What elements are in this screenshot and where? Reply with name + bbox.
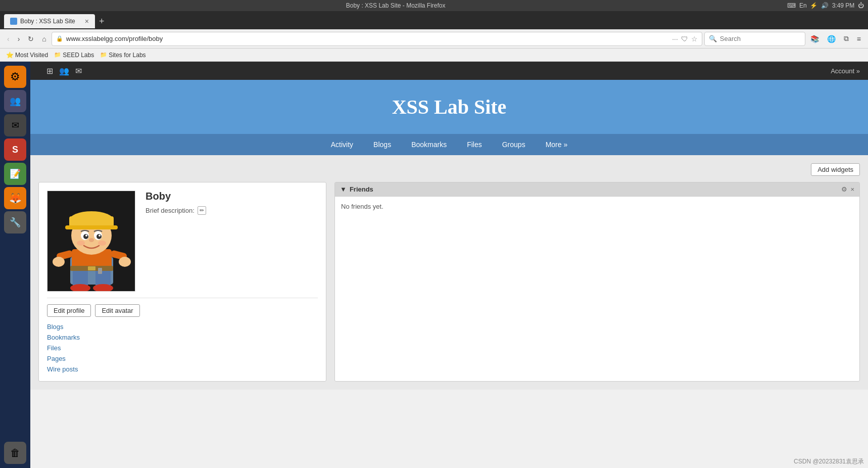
search-bar[interactable]: 🔍	[704, 32, 805, 46]
nav-files[interactable]: Files	[467, 141, 482, 149]
url-bar[interactable]: 🔒 ··· 🛡 ☆	[52, 32, 702, 46]
folder-icon: 📁	[100, 52, 107, 58]
profile-brief-description: Brief description: ✏	[146, 206, 318, 215]
content-area: Add widgets	[30, 155, 868, 390]
users-icon: 👥	[10, 96, 21, 107]
tab-close-button[interactable]: ×	[85, 17, 89, 25]
url-shield-icon[interactable]: 🛡	[681, 35, 688, 43]
profile-info: Boby Brief description: ✏	[146, 191, 318, 292]
sidebar-app-settings[interactable]: ⚙	[4, 66, 26, 88]
url-star-icon[interactable]: ☆	[691, 35, 698, 43]
svg-point-24	[98, 241, 106, 246]
svg-rect-27	[98, 268, 102, 274]
svg-point-22	[89, 238, 94, 242]
svg-rect-15	[65, 225, 118, 229]
bookmark-seed-labs[interactable]: 📁 SEED Labs	[52, 51, 96, 60]
notes-icon: 📝	[10, 168, 21, 179]
home-button[interactable]: ⌂	[39, 33, 49, 45]
profile-layout: Boby Brief description: ✏ Edit profile E…	[38, 182, 860, 382]
profile-link-wire-posts[interactable]: Wire posts	[47, 365, 318, 373]
no-friends-text: No friends yet.	[341, 203, 383, 210]
sidebar-app-notes[interactable]: 📝	[4, 163, 26, 185]
url-lock-icon: 🔒	[56, 35, 63, 42]
volume-icon: 🔊	[821, 2, 829, 9]
os-title: Boby : XSS Lab Site - Mozilla Firefox	[4, 2, 787, 9]
url-input[interactable]	[66, 35, 669, 42]
nav-groups[interactable]: Groups	[502, 141, 525, 149]
profile-top: Boby Brief description: ✏	[47, 191, 318, 292]
profile-link-files[interactable]: Files	[47, 344, 318, 352]
sidebar-trash[interactable]: 🗑	[4, 442, 26, 464]
bookmarks-bar: ⭐ Most Visited 📁 SEED Labs 📁 Sites for L…	[0, 49, 868, 62]
nav-bookmarks[interactable]: Bookmarks	[411, 141, 447, 149]
folder-icon: 📁	[54, 52, 61, 58]
svg-point-21	[99, 235, 101, 237]
friends-body: No friends yet.	[335, 197, 859, 216]
bluetooth-icon: ⚡	[810, 2, 817, 9]
nav-activity[interactable]: Activity	[331, 141, 353, 149]
sidebar-app-users[interactable]: 👥	[4, 90, 26, 112]
page-content: ⊞ 👥 ✉ Account » XSS Lab Site Activity Bl…	[30, 62, 868, 468]
account-link[interactable]: Account »	[831, 67, 860, 75]
new-tab-button[interactable]: +	[95, 16, 109, 27]
nav-right-icons: 📚 🌐 ⧉ ≡	[807, 32, 864, 45]
add-widgets-row: Add widgets	[38, 163, 860, 176]
add-widgets-button[interactable]: Add widgets	[811, 163, 860, 176]
sidebar-app-firefox[interactable]: 🦊	[4, 187, 26, 209]
sidebar-app-s[interactable]: S	[4, 138, 26, 161]
firefox-icon: 🦊	[9, 192, 22, 204]
site-nav: Activity Blogs Bookmarks Files Groups Mo…	[30, 134, 868, 155]
bookmark-label: SEED Labs	[63, 52, 94, 59]
os-status-icons: ⌨ En ⚡ 🔊 3:49 PM ⏻	[787, 2, 864, 9]
nav-blogs[interactable]: Blogs	[373, 141, 391, 149]
reload-button[interactable]: ↻	[25, 33, 37, 45]
friends-widget: ▼ Friends ⚙ × No friends yet.	[334, 182, 860, 382]
forward-button[interactable]: ›	[15, 33, 23, 45]
globe-icon[interactable]: 🌐	[824, 33, 839, 45]
bookmark-sites-for-labs[interactable]: 📁 Sites for Labs	[98, 51, 148, 60]
profile-divider	[47, 298, 318, 298]
edit-avatar-button[interactable]: Edit avatar	[95, 304, 139, 317]
profile-card: Boby Brief description: ✏ Edit profile E…	[38, 182, 326, 382]
avatar-image	[47, 191, 135, 292]
trash-icon: 🗑	[10, 447, 20, 459]
edit-profile-button[interactable]: Edit profile	[47, 304, 91, 317]
menu-icon[interactable]: ≡	[854, 33, 864, 45]
nav-bar: ‹ › ↻ ⌂ 🔒 ··· 🛡 ☆ 🔍 📚 🌐 ⧉ ≡	[0, 29, 868, 49]
profile-links: Blogs Bookmarks Files Pages Wire posts	[47, 323, 318, 373]
svg-rect-26	[88, 266, 95, 270]
mail-icon[interactable]: ✉	[75, 66, 82, 76]
csdn-watermark: CSDN @20232831袁思承	[794, 457, 864, 466]
edit-description-icon[interactable]: ✏	[198, 206, 206, 215]
friends-close-icon[interactable]: ×	[850, 185, 854, 193]
friends-collapse-icon[interactable]: ▼	[340, 185, 347, 193]
os-titlebar: Boby : XSS Lab Site - Mozilla Firefox ⌨ …	[0, 0, 868, 11]
profile-link-bookmarks[interactable]: Bookmarks	[47, 334, 318, 341]
split-view-icon[interactable]: ⧉	[841, 32, 852, 45]
users-icon[interactable]: 👥	[59, 66, 69, 76]
back-button[interactable]: ‹	[4, 33, 13, 45]
profile-avatar	[47, 191, 135, 292]
tools-icon: 🔧	[10, 217, 21, 228]
star-icon: ⭐	[6, 52, 14, 59]
bookmark-label: Sites for Labs	[109, 52, 146, 59]
gear-icon: ⚙	[10, 70, 20, 83]
profile-link-blogs[interactable]: Blogs	[47, 323, 318, 331]
nav-more[interactable]: More »	[546, 141, 568, 149]
browser-tab[interactable]: Boby : XSS Lab Site ×	[4, 14, 95, 28]
svg-point-9	[53, 257, 65, 267]
sidebar-app-tools[interactable]: 🔧	[4, 211, 26, 233]
url-bar-actions: ··· 🛡 ☆	[672, 35, 698, 43]
url-more-icon[interactable]: ···	[672, 35, 678, 43]
grid-icon[interactable]: ⊞	[46, 66, 53, 76]
profile-link-pages[interactable]: Pages	[47, 355, 318, 362]
library-icon[interactable]: 📚	[807, 33, 822, 45]
browser-chrome: Boby : XSS Lab Site × + ‹ › ↻ ⌂ 🔒 ··· 🛡 …	[0, 11, 868, 62]
bookmark-most-visited[interactable]: ⭐ Most Visited	[4, 51, 50, 60]
os-sidebar: ⚙ 👥 ✉ S 📝 🦊 🔧 🗑	[0, 62, 30, 468]
search-input[interactable]	[720, 35, 801, 42]
friends-header-actions: ⚙ ×	[841, 185, 854, 193]
profile-name: Boby	[146, 191, 318, 202]
sidebar-app-mail[interactable]: ✉	[4, 114, 26, 136]
friends-settings-icon[interactable]: ⚙	[841, 185, 847, 193]
